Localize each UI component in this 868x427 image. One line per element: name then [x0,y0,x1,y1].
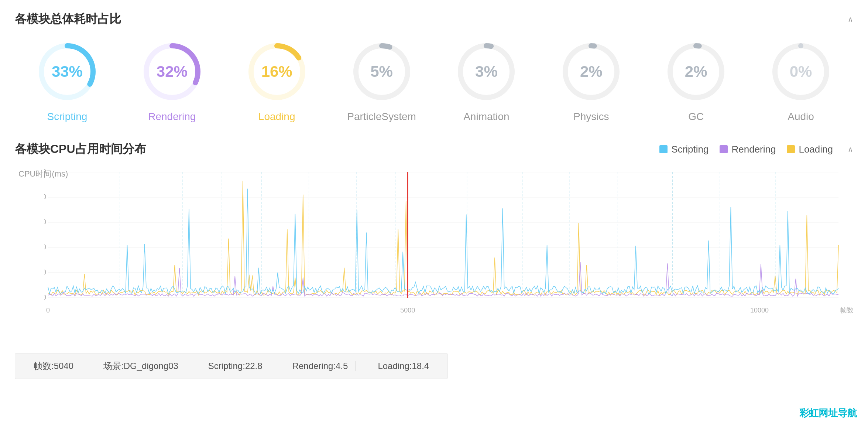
status-rendering: Rendering:4.5 [285,361,356,371]
svg-text:帧数: 帧数 [840,307,853,314]
donut-item-animation: 3% Animation [438,38,534,123]
donut-percent-scripting: 33% [52,63,83,81]
donut-percent-audio: 0% [790,63,812,81]
donut-item-gc: 2% GC [648,38,744,123]
status-scripting: Scripting:22.8 [201,361,270,371]
donut-item-loading: 16% Loading [229,38,325,123]
donut-label-rendering: Rendering [148,111,196,123]
donut-label-audio: Audio [788,111,814,123]
donut-wrapper-animation: 3% [453,38,519,105]
collapse-icon-2[interactable]: ∧ [848,145,853,154]
svg-text:5000: 5000 [400,307,415,314]
donut-percent-gc: 2% [685,63,707,81]
donut-label-gc: GC [688,111,704,123]
donut-item-physics: 2% Physics [543,38,639,123]
svg-text:150.0: 150.0 [44,218,46,226]
main-container: 各模块总体耗时占比 ∧ 33% Scripting [0,0,868,386]
legend-item-scripting: Scripting [659,144,709,155]
section2-title: 各模块CPU占用时间分布 [15,141,146,157]
donut-percent-rendering: 32% [157,63,188,81]
section1-title: 各模块总体耗时占比 [15,11,121,27]
status-scene: 场景:DG_digong03 [96,360,186,372]
chart-area: CPU时间(ms) 0.050.0100.0150.0200.0250.0050… [44,168,853,316]
donut-percent-physics: 2% [580,63,603,81]
donut-item-scripting: 33% Scripting [19,38,115,123]
donut-wrapper-particlesystem: 5% [349,38,415,105]
donut-label-particlesystem: ParticleSystem [347,111,416,123]
donut-wrapper-scripting: 33% [34,38,100,105]
legend-dot-rendering [720,145,728,153]
legend-dot-scripting [659,145,668,153]
donut-wrapper-physics: 2% [558,38,624,105]
donut-item-particlesystem: 5% ParticleSystem [334,38,430,123]
section2-header: 各模块CPU占用时间分布 Scripting Rendering Loading… [15,141,853,157]
chart-svg: 0.050.0100.0150.0200.0250.00500010000帧数 [44,168,853,316]
donut-wrapper-gc: 2% [663,38,729,105]
status-loading: Loading:18.4 [370,361,436,371]
legend-row: Scripting Rendering Loading ∧ [659,144,853,155]
svg-text:50.0: 50.0 [44,269,46,276]
chart-container: CPU时间(ms) 0.050.0100.0150.0200.0250.0050… [15,165,853,338]
legend-dot-loading [787,145,795,153]
svg-text:100.0: 100.0 [44,243,46,251]
donut-percent-animation: 3% [475,63,498,81]
donut-label-animation: Animation [463,111,510,123]
collapse-icon-1[interactable]: ∧ [848,15,853,24]
donut-percent-loading: 16% [261,63,292,81]
donut-wrapper-rendering: 32% [139,38,205,105]
donut-percent-particlesystem: 5% [370,63,393,81]
brand-footer: 彩虹网址导航 [799,407,857,420]
status-bar: 帧数:5040 场景:DG_digong03 Scripting:22.8 Re… [15,353,448,379]
svg-text:200.0: 200.0 [44,193,46,201]
legend-item-loading: Loading [787,144,833,155]
section1-header: 各模块总体耗时占比 ∧ [15,11,853,27]
donut-item-audio: 0% Audio [753,38,849,123]
donut-label-loading: Loading [258,111,295,123]
svg-text:250.0: 250.0 [44,168,46,175]
donut-label-physics: Physics [573,111,609,123]
svg-text:10000: 10000 [750,307,769,314]
svg-text:0: 0 [46,307,50,314]
donut-item-rendering: 32% Rendering [124,38,220,123]
svg-text:0.0: 0.0 [44,294,46,301]
legend-label-loading: Loading [799,144,833,155]
legend-label-scripting: Scripting [671,144,709,155]
donut-wrapper-audio: 0% [768,38,834,105]
donut-wrapper-loading: 16% [244,38,310,105]
status-frame: 帧数:5040 [26,360,81,372]
donut-label-scripting: Scripting [47,111,87,123]
donut-row: 33% Scripting 32% Rendering [15,38,853,123]
legend-label-rendering: Rendering [731,144,776,155]
legend-item-rendering: Rendering [720,144,776,155]
